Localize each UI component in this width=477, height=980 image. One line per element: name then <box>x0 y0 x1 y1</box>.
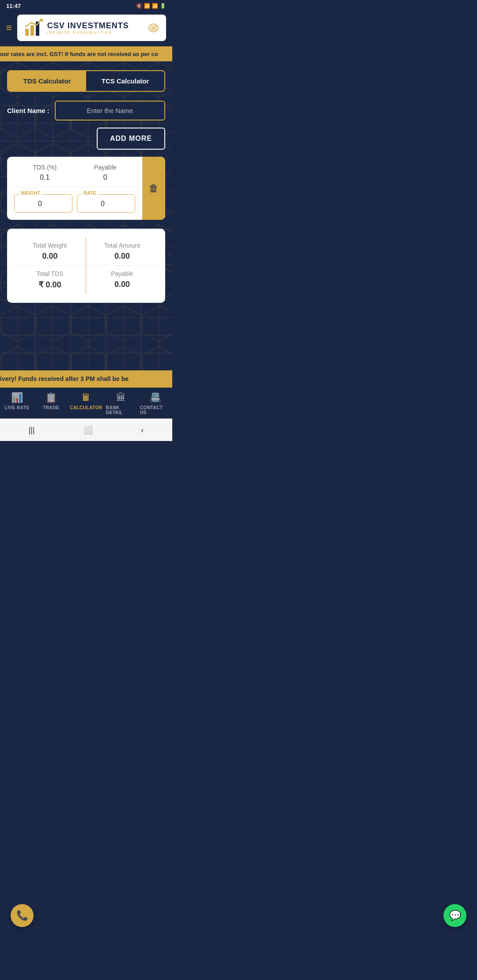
rate-field: RATE <box>77 194 135 213</box>
tds-payable-label: Payable <box>94 164 117 171</box>
live-rate-icon: 📊 <box>11 392 23 403</box>
tcs-calculator-tab[interactable]: TCS Calculator <box>86 71 164 91</box>
tds-card-main: TDS (%) 0.1 Payable 0 WEIGHT RATE <box>7 157 142 220</box>
tds-payable-col: Payable 0 <box>94 164 117 181</box>
tds-top-row: TDS (%) 0.1 Payable 0 <box>14 164 135 187</box>
contact-us-icon: 📇 <box>149 392 161 403</box>
total-tds-label: Total TDS <box>19 270 80 277</box>
tds-percent-label: TDS (%) <box>33 164 57 171</box>
total-payable-cell: Payable 0.00 <box>86 266 158 294</box>
content-inner: TDS Calculator TCS Calculator Client Nam… <box>7 70 165 303</box>
bottom-ticker: ivery! Funds received after 3 PM shall b… <box>0 370 172 387</box>
total-amount-value: 0.00 <box>91 252 153 261</box>
total-weight-cell: Total Weight 0.00 <box>14 237 86 266</box>
logo-title: CSV INVESTMENTS <box>47 21 129 30</box>
main-content: TDS Calculator TCS Calculator Client Nam… <box>0 61 172 370</box>
status-bar: 11:47 🔇 📶 📶 🔋 <box>0 0 172 11</box>
weight-label: WEIGHT <box>19 190 42 196</box>
logo-icon <box>23 18 43 38</box>
top-ticker: our rates are incl. GST! If funds are no… <box>0 46 172 61</box>
status-time: 11:47 <box>6 3 21 9</box>
nav-trade[interactable]: 📋 TRADE <box>34 388 68 418</box>
tds-percent-col: TDS (%) 0.1 <box>33 164 57 181</box>
rate-input[interactable] <box>77 195 135 212</box>
header: ≡ CSV INVESTMENTS INFINITE POSSIBILITIES… <box>0 11 172 46</box>
ticker-text: our rates are incl. GST! If funds are no… <box>0 51 158 57</box>
total-amount-label: Total Amount <box>91 242 153 249</box>
nav-calculator-label: CALCULATOR <box>70 405 102 410</box>
nav-bank-detail[interactable]: 🏛 BANK DETAIL <box>104 388 138 418</box>
nav-calculator[interactable]: 🖩 CALCULATOR <box>68 388 104 418</box>
nav-live-rate[interactable]: 📊 LIVE RATE <box>0 388 34 418</box>
total-payable-label: Payable <box>91 270 153 277</box>
weight-input[interactable] <box>15 195 72 212</box>
tds-percent-value: 0.1 <box>33 173 57 181</box>
total-tds-value: ₹ 0.00 <box>19 280 80 290</box>
weight-field: WEIGHT <box>14 194 72 213</box>
client-name-input[interactable] <box>55 101 165 121</box>
tds-fields-row: WEIGHT RATE <box>14 194 135 213</box>
trade-icon: 📋 <box>45 392 57 403</box>
status-icons: 🔇 📶 📶 🔋 <box>136 3 166 9</box>
total-payable-value: 0.00 <box>91 280 153 289</box>
bank-detail-icon: 🏛 <box>116 392 126 403</box>
bottom-nav: 📊 LIVE RATE 📋 TRADE 🖩 CALCULATOR 🏛 BANK … <box>0 387 172 418</box>
total-weight-label: Total Weight <box>19 242 80 249</box>
client-name-label: Client Name : <box>7 107 49 114</box>
menu-button[interactable]: ≡ <box>6 23 12 33</box>
delete-button[interactable]: 🗑 <box>142 157 165 220</box>
rate-label: RATE <box>82 190 98 196</box>
tds-payable-value: 0 <box>94 173 117 181</box>
tds-calculator-tab[interactable]: TDS Calculator <box>8 71 86 91</box>
add-more-button[interactable]: ADD MORE <box>97 128 165 150</box>
add-more-row: ADD MORE <box>7 128 165 150</box>
sys-nav-home[interactable]: ⬜ <box>74 423 102 437</box>
svg-rect-0 <box>25 29 29 36</box>
ganesha-icon: 𑁍 <box>148 21 160 35</box>
bottom-ticker-text: ivery! Funds received after 3 PM shall b… <box>0 375 129 382</box>
nav-contact-us[interactable]: 📇 CONTACT US <box>138 388 172 418</box>
total-tds-cell: Total TDS ₹ 0.00 <box>14 266 86 294</box>
tds-card: TDS (%) 0.1 Payable 0 WEIGHT RATE <box>7 157 165 220</box>
nav-contact-us-label: CONTACT US <box>140 405 170 415</box>
client-name-row: Client Name : <box>7 101 165 121</box>
calculator-icon: 🖩 <box>81 392 91 403</box>
logo-container: CSV INVESTMENTS INFINITE POSSIBILITIES 𑁍 <box>17 15 166 41</box>
sys-nav-back[interactable]: ‹ <box>132 424 152 437</box>
logo-text: CSV INVESTMENTS INFINITE POSSIBILITIES <box>47 21 129 35</box>
trash-icon: 🗑 <box>149 183 159 194</box>
nav-live-rate-label: LIVE RATE <box>5 405 30 410</box>
svg-rect-1 <box>30 25 34 36</box>
calculator-tabs: TDS Calculator TCS Calculator <box>7 70 165 92</box>
totals-grid: Total Weight 0.00 Total Amount 0.00 Tota… <box>14 237 158 294</box>
logo-subtitle: INFINITE POSSIBILITIES <box>47 30 129 35</box>
total-amount-cell: Total Amount 0.00 <box>86 237 158 266</box>
total-weight-value: 0.00 <box>19 252 80 261</box>
nav-trade-label: TRADE <box>43 405 59 410</box>
totals-card: Total Weight 0.00 Total Amount 0.00 Tota… <box>7 229 165 303</box>
sys-nav-menu[interactable]: ||| <box>20 424 44 437</box>
system-nav: ||| ⬜ ‹ <box>0 418 172 441</box>
nav-bank-detail-label: BANK DETAIL <box>106 405 136 415</box>
